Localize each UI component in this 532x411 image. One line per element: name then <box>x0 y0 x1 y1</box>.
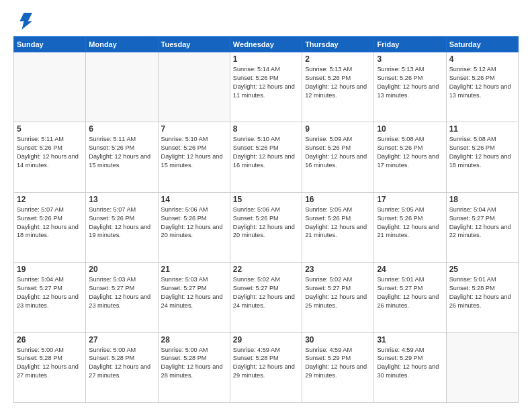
logo <box>13 11 35 30</box>
cell-text: Sunrise: 5:05 AM Sunset: 5:26 PM Dayligh… <box>305 205 371 240</box>
day-number: 12 <box>17 195 83 204</box>
cell-text: Sunrise: 5:07 AM Sunset: 5:26 PM Dayligh… <box>17 205 83 240</box>
calendar-cell <box>14 52 86 122</box>
calendar-cell: 26Sunrise: 5:00 AM Sunset: 5:28 PM Dayli… <box>14 332 86 402</box>
calendar-cell: 19Sunrise: 5:04 AM Sunset: 5:27 PM Dayli… <box>14 263 86 332</box>
day-number: 9 <box>305 124 371 134</box>
day-number: 15 <box>233 195 299 204</box>
day-number: 14 <box>161 195 227 204</box>
calendar-cell <box>158 52 230 122</box>
day-number: 29 <box>233 335 299 345</box>
day-number: 6 <box>89 124 154 134</box>
calendar-cell: 23Sunrise: 5:02 AM Sunset: 5:27 PM Dayli… <box>302 263 374 332</box>
cell-text: Sunrise: 5:05 AM Sunset: 5:26 PM Dayligh… <box>377 205 443 240</box>
day-number: 27 <box>89 335 154 345</box>
cell-text: Sunrise: 5:03 AM Sunset: 5:27 PM Dayligh… <box>89 275 154 310</box>
day-number: 11 <box>449 124 515 134</box>
day-number: 18 <box>449 195 515 204</box>
weekday-header-saturday: Saturday <box>446 37 518 52</box>
calendar-cell: 2Sunrise: 5:13 AM Sunset: 5:26 PM Daylig… <box>302 52 374 122</box>
calendar-cell: 30Sunrise: 4:59 AM Sunset: 5:29 PM Dayli… <box>302 332 374 402</box>
calendar-cell: 15Sunrise: 5:06 AM Sunset: 5:26 PM Dayli… <box>230 192 302 262</box>
day-number: 5 <box>17 124 83 134</box>
cell-text: Sunrise: 5:00 AM Sunset: 5:28 PM Dayligh… <box>161 346 227 381</box>
calendar-cell <box>86 52 158 122</box>
cell-text: Sunrise: 5:01 AM Sunset: 5:28 PM Dayligh… <box>449 275 515 310</box>
calendar-cell: 4Sunrise: 5:12 AM Sunset: 5:26 PM Daylig… <box>446 52 518 122</box>
day-number: 4 <box>449 54 515 64</box>
calendar-cell: 1Sunrise: 5:14 AM Sunset: 5:26 PM Daylig… <box>230 52 302 122</box>
calendar-cell: 12Sunrise: 5:07 AM Sunset: 5:26 PM Dayli… <box>14 192 86 262</box>
day-number: 19 <box>17 265 83 274</box>
calendar-cell: 21Sunrise: 5:03 AM Sunset: 5:27 PM Dayli… <box>158 263 230 332</box>
cell-text: Sunrise: 4:59 AM Sunset: 5:29 PM Dayligh… <box>305 346 371 381</box>
calendar-cell: 3Sunrise: 5:13 AM Sunset: 5:26 PM Daylig… <box>374 52 446 122</box>
day-number: 1 <box>233 54 299 64</box>
cell-text: Sunrise: 5:07 AM Sunset: 5:26 PM Dayligh… <box>89 205 154 240</box>
calendar-cell: 11Sunrise: 5:08 AM Sunset: 5:26 PM Dayli… <box>446 122 518 192</box>
cell-text: Sunrise: 5:06 AM Sunset: 5:26 PM Dayligh… <box>161 205 227 240</box>
calendar-table: SundayMondayTuesdayWednesdayThursdayFrid… <box>13 36 519 403</box>
day-number: 3 <box>377 54 443 64</box>
cell-text: Sunrise: 5:02 AM Sunset: 5:27 PM Dayligh… <box>233 275 299 310</box>
cell-text: Sunrise: 5:02 AM Sunset: 5:27 PM Dayligh… <box>305 275 371 310</box>
day-number: 17 <box>377 195 443 204</box>
calendar-week-3: 19Sunrise: 5:04 AM Sunset: 5:27 PM Dayli… <box>14 263 519 332</box>
cell-text: Sunrise: 5:06 AM Sunset: 5:26 PM Dayligh… <box>233 205 299 240</box>
day-number: 21 <box>161 265 227 274</box>
cell-text: Sunrise: 5:10 AM Sunset: 5:26 PM Dayligh… <box>161 135 227 170</box>
weekday-header-row: SundayMondayTuesdayWednesdayThursdayFrid… <box>14 37 519 52</box>
cell-text: Sunrise: 5:00 AM Sunset: 5:28 PM Dayligh… <box>89 346 154 381</box>
day-number: 13 <box>89 195 154 204</box>
calendar-cell: 10Sunrise: 5:08 AM Sunset: 5:26 PM Dayli… <box>374 122 446 192</box>
calendar-week-2: 12Sunrise: 5:07 AM Sunset: 5:26 PM Dayli… <box>14 192 519 262</box>
day-number: 23 <box>305 265 371 274</box>
calendar-week-1: 5Sunrise: 5:11 AM Sunset: 5:26 PM Daylig… <box>14 122 519 192</box>
cell-text: Sunrise: 5:11 AM Sunset: 5:26 PM Dayligh… <box>17 135 83 170</box>
cell-text: Sunrise: 5:01 AM Sunset: 5:27 PM Dayligh… <box>377 275 443 310</box>
calendar-cell: 17Sunrise: 5:05 AM Sunset: 5:26 PM Dayli… <box>374 192 446 262</box>
calendar-cell: 7Sunrise: 5:10 AM Sunset: 5:26 PM Daylig… <box>158 122 230 192</box>
cell-text: Sunrise: 5:09 AM Sunset: 5:26 PM Dayligh… <box>305 135 371 170</box>
day-number: 10 <box>377 124 443 134</box>
cell-text: Sunrise: 5:00 AM Sunset: 5:28 PM Dayligh… <box>17 346 83 381</box>
cell-text: Sunrise: 4:59 AM Sunset: 5:29 PM Dayligh… <box>377 346 443 381</box>
calendar-cell: 31Sunrise: 4:59 AM Sunset: 5:29 PM Dayli… <box>374 332 446 402</box>
day-number: 28 <box>161 335 227 345</box>
day-number: 25 <box>449 265 515 274</box>
calendar-cell: 22Sunrise: 5:02 AM Sunset: 5:27 PM Dayli… <box>230 263 302 332</box>
cell-text: Sunrise: 5:03 AM Sunset: 5:27 PM Dayligh… <box>161 275 227 310</box>
calendar-week-4: 26Sunrise: 5:00 AM Sunset: 5:28 PM Dayli… <box>14 332 519 402</box>
cell-text: Sunrise: 5:08 AM Sunset: 5:26 PM Dayligh… <box>377 135 443 170</box>
calendar-week-0: 1Sunrise: 5:14 AM Sunset: 5:26 PM Daylig… <box>14 52 519 122</box>
calendar-cell: 9Sunrise: 5:09 AM Sunset: 5:26 PM Daylig… <box>302 122 374 192</box>
weekday-header-friday: Friday <box>374 37 446 52</box>
calendar-cell: 18Sunrise: 5:04 AM Sunset: 5:27 PM Dayli… <box>446 192 518 262</box>
day-number: 16 <box>305 195 371 204</box>
day-number: 20 <box>89 265 154 274</box>
weekday-header-wednesday: Wednesday <box>230 37 302 52</box>
cell-text: Sunrise: 5:04 AM Sunset: 5:27 PM Dayligh… <box>449 205 515 240</box>
day-number: 26 <box>17 335 83 345</box>
cell-text: Sunrise: 5:13 AM Sunset: 5:26 PM Dayligh… <box>377 65 443 100</box>
day-number: 31 <box>377 335 443 345</box>
cell-text: Sunrise: 5:13 AM Sunset: 5:26 PM Dayligh… <box>305 65 371 100</box>
page: SundayMondayTuesdayWednesdayThursdayFrid… <box>0 0 532 411</box>
weekday-header-thursday: Thursday <box>302 37 374 52</box>
calendar-cell: 20Sunrise: 5:03 AM Sunset: 5:27 PM Dayli… <box>86 263 158 332</box>
cell-text: Sunrise: 5:04 AM Sunset: 5:27 PM Dayligh… <box>17 275 83 310</box>
day-number: 2 <box>305 54 371 64</box>
cell-text: Sunrise: 5:11 AM Sunset: 5:26 PM Dayligh… <box>89 135 154 170</box>
day-number: 30 <box>305 335 371 345</box>
cell-text: Sunrise: 4:59 AM Sunset: 5:28 PM Dayligh… <box>233 346 299 381</box>
calendar-cell: 5Sunrise: 5:11 AM Sunset: 5:26 PM Daylig… <box>14 122 86 192</box>
calendar-cell: 8Sunrise: 5:10 AM Sunset: 5:26 PM Daylig… <box>230 122 302 192</box>
calendar-cell: 24Sunrise: 5:01 AM Sunset: 5:27 PM Dayli… <box>374 263 446 332</box>
day-number: 8 <box>233 124 299 134</box>
calendar-cell: 29Sunrise: 4:59 AM Sunset: 5:28 PM Dayli… <box>230 332 302 402</box>
day-number: 24 <box>377 265 443 274</box>
svg-marker-0 <box>19 13 32 30</box>
calendar-cell: 25Sunrise: 5:01 AM Sunset: 5:28 PM Dayli… <box>446 263 518 332</box>
cell-text: Sunrise: 5:08 AM Sunset: 5:26 PM Dayligh… <box>449 135 515 170</box>
cell-text: Sunrise: 5:14 AM Sunset: 5:26 PM Dayligh… <box>233 65 299 100</box>
